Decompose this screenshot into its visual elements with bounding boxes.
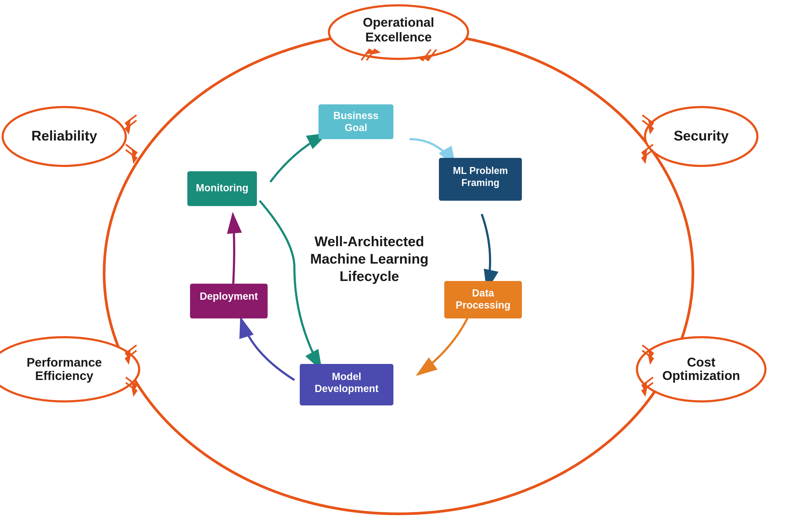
- svg-text:Reliability: Reliability: [31, 128, 97, 144]
- svg-text:Operational: Operational: [363, 15, 434, 30]
- svg-rect-52: [319, 104, 394, 139]
- svg-text:Excellence: Excellence: [365, 30, 432, 44]
- svg-text:Goal: Goal: [345, 122, 367, 133]
- svg-text:Data: Data: [472, 287, 494, 299]
- svg-text:Processing: Processing: [456, 300, 511, 311]
- svg-text:Performance: Performance: [26, 355, 102, 369]
- svg-text:Security: Security: [673, 128, 728, 144]
- svg-text:Lifecycle: Lifecycle: [340, 268, 399, 284]
- svg-text:Optimization: Optimization: [662, 368, 740, 383]
- svg-text:Efficiency: Efficiency: [35, 369, 93, 383]
- svg-text:Business: Business: [334, 110, 379, 121]
- svg-text:Machine Learning: Machine Learning: [310, 251, 429, 267]
- svg-marker-37: [132, 388, 136, 395]
- svg-marker-13: [424, 56, 431, 60]
- svg-marker-29: [642, 388, 646, 395]
- svg-text:Development: Development: [315, 383, 379, 394]
- svg-marker-41: [126, 126, 130, 132]
- svg-marker-45: [132, 155, 136, 162]
- svg-text:Well-Architected: Well-Architected: [315, 234, 424, 249]
- svg-text:Monitoring: Monitoring: [196, 182, 248, 193]
- svg-text:Cost: Cost: [687, 355, 716, 369]
- svg-text:ML Problem: ML Problem: [453, 165, 508, 176]
- svg-text:Deployment: Deployment: [200, 291, 258, 302]
- svg-text:Model: Model: [332, 371, 361, 382]
- svg-text:Framing: Framing: [461, 177, 499, 188]
- svg-marker-21: [642, 155, 646, 162]
- diagram-container: Business Goal ML Problem Framing Data Pr…: [0, 0, 797, 532]
